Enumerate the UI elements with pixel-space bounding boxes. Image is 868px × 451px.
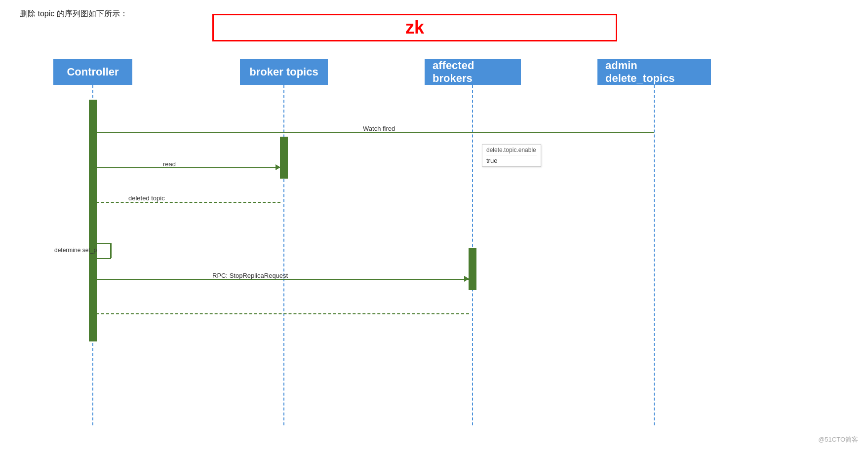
actor-broker-topics: broker topics (240, 59, 328, 85)
self-loop-line-h2 (96, 258, 111, 259)
arrow-response-line (96, 313, 469, 314)
sequence-diagram: Controller broker topics affected broker… (20, 54, 859, 439)
arrow-watch-fired-head (91, 129, 96, 135)
arrow-determine-label: determine set_p (54, 247, 97, 254)
actor-affected-brokers: affected brokers (425, 59, 521, 85)
arrow-read-line (96, 167, 280, 168)
actor-admin-delete-topics: admin delete_topics (597, 59, 711, 85)
arrow-deleted-topic-label: deleted topic (128, 194, 165, 202)
arrow-read-head (276, 164, 280, 170)
page-container: 删除 topic 的序列图如下所示： zk Controller broker … (0, 0, 868, 451)
lifeline-broker-topics (283, 85, 284, 425)
top-text-label: 删除 topic 的序列图如下所示： (20, 9, 128, 19)
zk-label: zk (405, 17, 424, 38)
tooltip-box: delete.topic.enable true (482, 144, 541, 167)
zk-box: zk (212, 14, 617, 41)
arrow-response-head (91, 310, 96, 316)
self-loop-arrowhead (91, 255, 96, 261)
self-loop-line-v (111, 243, 112, 258)
watermark: @51CTO简客 (818, 435, 858, 444)
arrow-deleted-topic-line (96, 202, 280, 203)
activation-bar-affected-brokers (469, 248, 476, 290)
self-loop-line-h1 (96, 243, 111, 244)
self-loop-determine (96, 243, 111, 258)
activation-bar-broker-topics (280, 137, 288, 179)
activation-bar-controller (89, 100, 97, 341)
actor-controller: Controller (53, 59, 132, 85)
arrow-watch-fired-label: Watch fired (363, 125, 395, 132)
arrow-rpc-label: RPC: StopReplicaRequest (212, 272, 288, 279)
arrow-deleted-topic-head (91, 199, 96, 205)
tooltip-title: delete.topic.enable (486, 147, 537, 155)
tooltip-value: true (486, 157, 537, 164)
arrow-read-label: read (163, 160, 176, 168)
lifeline-admin-delete-topics (654, 85, 655, 425)
arrow-rpc-head (464, 276, 469, 282)
